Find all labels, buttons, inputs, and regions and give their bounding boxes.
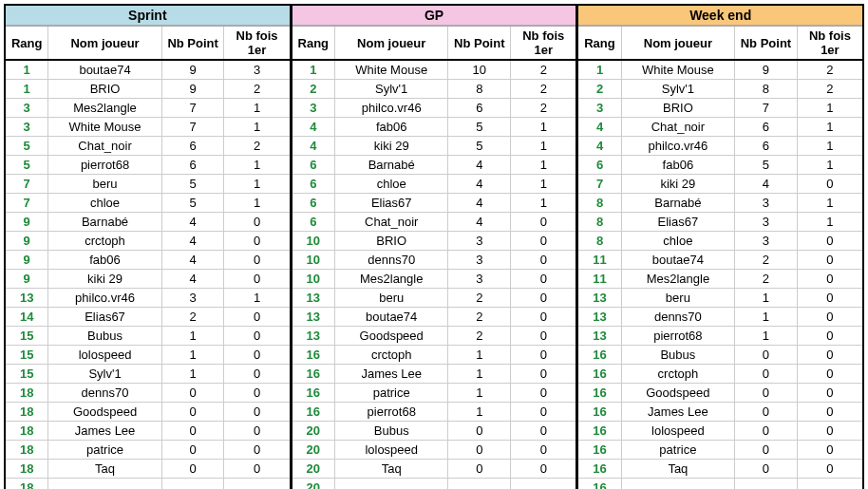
cell-joueur: crctoph: [621, 365, 734, 384]
cell-rang: 2: [292, 80, 335, 99]
cell-joueur: boutae74: [48, 60, 161, 80]
cell-points: 6: [735, 118, 798, 137]
cell-joueur: Goodspeed: [621, 384, 734, 403]
cell-rang: 16: [578, 365, 621, 384]
cell-rang: 14: [6, 308, 48, 327]
table-row: 14Elias6720: [6, 308, 290, 327]
cell-rang: 20: [292, 441, 335, 460]
table-row: 16crctoph10: [292, 346, 576, 365]
table-row: 20lolospeed00: [292, 441, 576, 460]
table-row: 6fab0651: [578, 156, 862, 175]
cell-joueur: Sylv'1: [334, 80, 447, 99]
cell-joueur: Elias67: [621, 213, 734, 232]
table-row: 16Goodspeed00: [578, 384, 862, 403]
cell-joueur: Barnabé: [334, 156, 447, 175]
cell-joueur: patrice: [334, 384, 447, 403]
cell-joueur: kiki 29: [621, 175, 734, 194]
cell-points: 8: [735, 80, 798, 99]
cell-fois1er: 0: [797, 365, 862, 384]
cell-fois1er: 0: [224, 441, 290, 460]
cell-points: 3: [735, 213, 798, 232]
cell-joueur: philco.vr46: [48, 289, 161, 308]
cell-joueur: chloe: [48, 194, 161, 213]
cell-fois1er: 1: [224, 118, 290, 137]
ranking-table: RangNom joueurNb PointNb fois 1er1White …: [578, 26, 862, 489]
cell-points: 0: [735, 346, 798, 365]
cell-joueur: Taq: [334, 460, 447, 479]
cell-joueur: Chat_noir: [48, 137, 161, 156]
cell-points: [735, 479, 798, 490]
table-row: 11Mes2langle20: [578, 270, 862, 289]
cell-fois1er: 0: [511, 422, 576, 441]
table-row: 13denns7010: [578, 308, 862, 327]
cell-points: 3: [448, 232, 511, 251]
cell-fois1er: 0: [511, 251, 576, 270]
table-row: 13boutae7420: [292, 308, 576, 327]
cell-rang: 16: [578, 479, 621, 490]
cell-rang: 7: [578, 175, 621, 194]
cell-fois1er: [511, 479, 576, 490]
cell-rang: 15: [6, 346, 48, 365]
table-row: 4philco.vr4661: [578, 137, 862, 156]
cell-points: 2: [161, 308, 224, 327]
cell-fois1er: 1: [511, 137, 576, 156]
table-row: 6Chat_noir40: [292, 213, 576, 232]
col-header: Rang: [578, 27, 621, 61]
cell-joueur: Sylv'1: [48, 365, 161, 384]
cell-joueur: Goodspeed: [334, 327, 447, 346]
table-row: 13pierrot6810: [578, 327, 862, 346]
cell-points: 5: [161, 194, 224, 213]
cell-joueur: pierrot68: [334, 403, 447, 422]
cell-points: 6: [161, 156, 224, 175]
table-row: 2Sylv'182: [292, 80, 576, 99]
cell-points: 0: [161, 422, 224, 441]
cell-points: 1: [448, 365, 511, 384]
cell-points: 5: [735, 156, 798, 175]
cell-fois1er: 2: [797, 60, 862, 80]
cell-points: 5: [448, 137, 511, 156]
cell-points: 6: [448, 99, 511, 118]
col-header: Nb Point: [735, 27, 798, 61]
cell-rang: 9: [6, 251, 48, 270]
cell-points: 1: [735, 308, 798, 327]
cell-fois1er: 0: [224, 346, 290, 365]
cell-points: 4: [448, 194, 511, 213]
cell-points: 3: [161, 289, 224, 308]
table-row: 4Chat_noir61: [578, 118, 862, 137]
col-header: Nom joueur: [334, 27, 447, 61]
cell-fois1er: 1: [224, 156, 290, 175]
table-row: 20Bubus00: [292, 422, 576, 441]
cell-points: 0: [161, 460, 224, 479]
table-row: 6chloe41: [292, 175, 576, 194]
cell-fois1er: 0: [224, 270, 290, 289]
cell-joueur: BRIO: [334, 232, 447, 251]
cell-joueur: Mes2langle: [48, 99, 161, 118]
cell-fois1er: 0: [224, 308, 290, 327]
cell-joueur: philco.vr46: [334, 99, 447, 118]
cell-points: 7: [161, 118, 224, 137]
cell-fois1er: 0: [511, 213, 576, 232]
cell-points: 5: [448, 118, 511, 137]
table-row: 10denns7030: [292, 251, 576, 270]
cell-joueur: Bubus: [334, 422, 447, 441]
cell-rang: 16: [578, 460, 621, 479]
cell-fois1er: 0: [511, 441, 576, 460]
cell-rang: 16: [292, 365, 335, 384]
cell-fois1er: 1: [797, 137, 862, 156]
cell-points: 0: [735, 384, 798, 403]
cell-rang: 18: [6, 479, 48, 490]
cell-points: 9: [735, 60, 798, 80]
cell-rang: 13: [578, 289, 621, 308]
cell-joueur: pierrot68: [621, 327, 734, 346]
cell-joueur: beru: [621, 289, 734, 308]
cell-rang: 20: [292, 422, 335, 441]
table-row: 20Taq00: [292, 460, 576, 479]
cell-fois1er: 0: [511, 327, 576, 346]
table-row: 8Elias6731: [578, 213, 862, 232]
cell-rang: 5: [6, 137, 48, 156]
cell-joueur: fab06: [334, 118, 447, 137]
table-row: 7kiki 2940: [578, 175, 862, 194]
cell-fois1er: 0: [224, 327, 290, 346]
cell-fois1er: 1: [797, 194, 862, 213]
table-row: 1boutae7493: [6, 60, 290, 80]
